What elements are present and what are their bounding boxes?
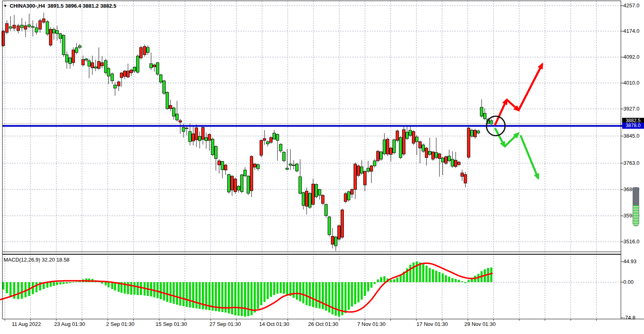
bearish-arrow-segment <box>520 135 538 179</box>
grid-lines <box>2 1 621 319</box>
time-tick-label: 7 Nov 01:30 <box>349 321 394 327</box>
bullish-arrow-segment <box>495 100 507 125</box>
bearish-arrow-segment <box>505 133 518 147</box>
hline-price-badge: 3878.0 <box>622 123 644 129</box>
macd-indicator-label: MACD(12,26,9) 32.20 18.58 <box>4 257 70 263</box>
symbol-title[interactable]: ▼ CHINA300-,H4 3891.5 3896.4 3881.2 3882… <box>3 3 116 9</box>
trading-chart-window: ▼ CHINA300-,H4 3891.5 3896.4 3881.2 3882… <box>0 0 644 334</box>
macd-tick-label: 44.93 <box>623 259 644 264</box>
time-tick-label: 2 Sep 01:30 <box>98 321 143 327</box>
price-tick-label: 3845.0 <box>623 133 644 139</box>
scrollbar-stripes <box>633 205 639 226</box>
bullish-arrow-segment <box>519 64 542 110</box>
candlestick-series <box>2 13 493 251</box>
time-tick-label: 29 Nov 01:30 <box>458 321 502 327</box>
time-tick-label: 26 Oct 01:30 <box>301 321 345 327</box>
price-tick-label: 3763.0 <box>623 160 644 166</box>
time-tick-label: 27 Sep 01:30 <box>203 321 247 327</box>
price-tick-label: 4174.0 <box>623 28 644 34</box>
dropdown-triangle-icon[interactable]: ▼ <box>3 4 7 8</box>
price-tick-label: 4010.0 <box>623 80 644 86</box>
symbol-period-label: CHINA300-,H4 <box>10 3 45 9</box>
scrollbar-thumb[interactable] <box>633 187 639 205</box>
price-tick-label: 4092.0 <box>623 54 644 60</box>
scenario-arrows <box>486 64 542 179</box>
macd-tick-label: -74.8 <box>623 315 644 321</box>
time-tick-label: 23 Aug 01:30 <box>47 321 92 327</box>
time-tick-label: 15 Sep 01:30 <box>149 321 194 327</box>
price-tick-label: 4257.0 <box>623 3 644 9</box>
time-tick-label: 17 Nov 01:30 <box>410 321 454 327</box>
price-tick-label: 3927.0 <box>623 106 644 112</box>
support-line[interactable] <box>2 125 622 127</box>
time-tick-label: 11 Aug 2022 <box>4 321 49 327</box>
chart-canvas[interactable] <box>0 0 644 334</box>
price-tick-label: 3516.0 <box>623 239 644 245</box>
ohlc-values: 3891.5 3896.4 3881.2 3882.5 <box>47 3 116 9</box>
right-edge-scrollbar[interactable] <box>633 187 639 226</box>
macd-tick-label: 0.00 <box>623 279 644 285</box>
time-tick-label: 14 Oct 01:30 <box>252 321 296 327</box>
